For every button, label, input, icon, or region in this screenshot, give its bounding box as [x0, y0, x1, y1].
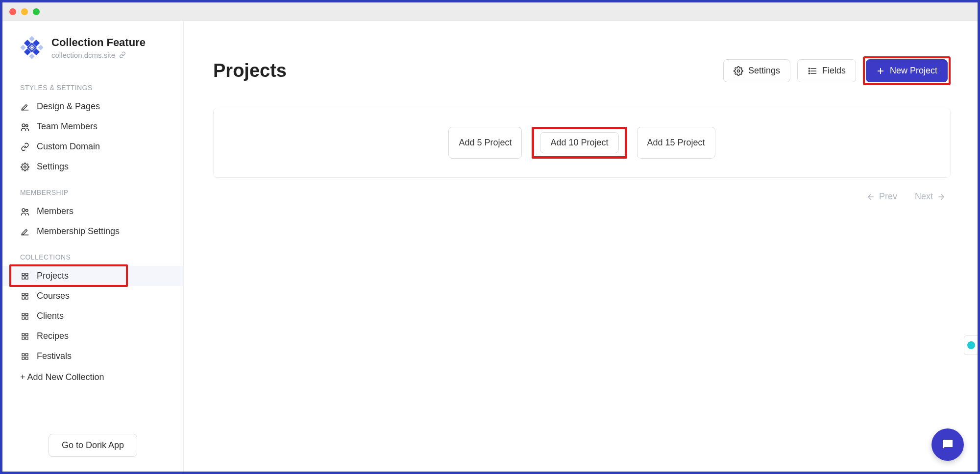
section-label-collections: COLLECTIONS [2, 241, 183, 266]
next-page-button[interactable]: Next [915, 191, 946, 202]
page-header: Projects Settings Fields New Project [213, 56, 951, 85]
svg-rect-17 [22, 273, 24, 276]
minimize-window-icon[interactable] [21, 8, 28, 15]
list-icon [808, 66, 817, 76]
brand-logo-icon [20, 36, 44, 59]
goto-dorik-app-button[interactable]: Go to Dorik App [49, 434, 137, 457]
app-window: Collection Feature collection.dcms.site … [0, 0, 980, 474]
settings-button[interactable]: Settings [723, 59, 790, 82]
quick-add-panel: Add 5 Project Add 10 Project Add 15 Proj… [213, 108, 951, 178]
sidebar-item-settings[interactable]: Settings [2, 157, 183, 177]
arrow-left-icon [866, 192, 875, 201]
sidebar-item-label: Team Members [37, 121, 98, 132]
svg-rect-5 [38, 45, 43, 50]
svg-rect-25 [22, 313, 24, 316]
svg-rect-23 [22, 297, 24, 299]
sidebar-item-label: Recipes [37, 331, 69, 341]
svg-rect-21 [22, 293, 24, 296]
svg-point-13 [26, 124, 28, 127]
header-actions: Settings Fields New Project [723, 56, 951, 85]
new-project-button-label: New Project [890, 66, 937, 76]
grid-icon [20, 312, 30, 320]
fields-button-label: Fields [822, 66, 846, 76]
chat-fab-button[interactable] [931, 428, 964, 461]
widget-dot-icon [967, 341, 975, 349]
chat-icon [940, 437, 955, 452]
svg-rect-36 [25, 357, 28, 359]
site-subtitle-row: collection.dcms.site [51, 51, 146, 59]
brand-block: Collection Feature collection.dcms.site [2, 36, 183, 72]
window-titlebar [2, 2, 978, 21]
site-title: Collection Feature [51, 36, 146, 49]
site-domain: collection.dcms.site [51, 51, 115, 59]
arrow-right-icon [937, 192, 946, 201]
svg-rect-29 [22, 333, 24, 336]
sidebar-item-courses[interactable]: Courses [2, 286, 183, 306]
svg-point-16 [26, 209, 28, 212]
svg-rect-8 [29, 53, 34, 59]
add-15-project-button[interactable]: Add 15 Project [637, 127, 715, 159]
grid-icon [20, 272, 30, 280]
annotation-highlight-new-project: New Project [863, 56, 951, 85]
sidebar-item-label: Festivals [37, 351, 72, 361]
sidebar-item-recipes[interactable]: Recipes [2, 326, 183, 346]
sidebar-item-label: Settings [37, 162, 69, 172]
svg-rect-30 [25, 333, 28, 336]
brand-text: Collection Feature collection.dcms.site [51, 36, 146, 59]
side-widget-tab[interactable] [964, 335, 978, 355]
users-icon [20, 207, 30, 216]
svg-rect-19 [22, 277, 24, 279]
new-project-button[interactable]: New Project [866, 59, 948, 82]
svg-rect-4 [20, 45, 25, 50]
section-label-membership: MEMBERSHIP [2, 177, 183, 201]
close-window-icon[interactable] [9, 8, 16, 15]
sidebar-item-label: Courses [37, 291, 70, 301]
svg-point-15 [22, 209, 25, 212]
sidebar-footer: Go to Dorik App [2, 423, 183, 472]
svg-point-14 [24, 166, 26, 168]
prev-page-button[interactable]: Prev [866, 191, 897, 202]
pagination: Prev Next [213, 191, 951, 202]
sidebar-item-membership-settings[interactable]: Membership Settings [2, 221, 183, 241]
svg-point-42 [808, 71, 809, 71]
svg-rect-33 [22, 354, 24, 356]
sidebar-item-projects[interactable]: Projects [2, 266, 183, 286]
svg-point-12 [22, 124, 25, 127]
maximize-window-icon[interactable] [33, 8, 40, 15]
link-icon [20, 142, 30, 151]
sidebar-item-custom-domain[interactable]: Custom Domain [2, 137, 183, 157]
sidebar-item-label: Clients [37, 311, 64, 321]
sidebar-item-festivals[interactable]: Festivals [2, 346, 183, 366]
add-5-project-button[interactable]: Add 5 Project [448, 127, 522, 159]
sidebar-item-label: Design & Pages [37, 101, 100, 112]
users-icon [20, 122, 30, 131]
sidebar-item-label: Projects [37, 271, 69, 281]
svg-rect-26 [25, 313, 28, 316]
main-area: Projects Settings Fields New Project [184, 21, 978, 472]
sidebar-item-clients[interactable]: Clients [2, 306, 183, 326]
sidebar: Collection Feature collection.dcms.site … [2, 21, 184, 472]
settings-button-label: Settings [748, 66, 780, 76]
annotation-highlight-add-10: Add 10 Project [532, 127, 627, 159]
link-icon[interactable] [119, 51, 126, 58]
svg-point-41 [808, 68, 809, 69]
svg-rect-28 [25, 317, 28, 319]
prev-label: Prev [879, 191, 897, 202]
sidebar-item-design-pages[interactable]: Design & Pages [2, 96, 183, 117]
sidebar-item-team-members[interactable]: Team Members [2, 117, 183, 137]
svg-rect-20 [25, 277, 28, 279]
svg-point-43 [808, 73, 809, 74]
gear-icon [734, 66, 743, 76]
sidebar-item-label: Custom Domain [37, 142, 100, 152]
sidebar-item-label: Membership Settings [37, 226, 120, 237]
svg-rect-34 [25, 354, 28, 356]
svg-rect-27 [22, 317, 24, 319]
svg-rect-35 [22, 357, 24, 359]
add-new-collection-button[interactable]: + Add New Collection [2, 366, 183, 388]
sidebar-item-members[interactable]: Members [2, 201, 183, 221]
plus-icon [876, 67, 885, 75]
fields-button[interactable]: Fields [797, 59, 856, 82]
svg-rect-32 [25, 337, 28, 339]
add-10-project-button[interactable]: Add 10 Project [540, 132, 618, 153]
svg-rect-0 [29, 36, 34, 41]
